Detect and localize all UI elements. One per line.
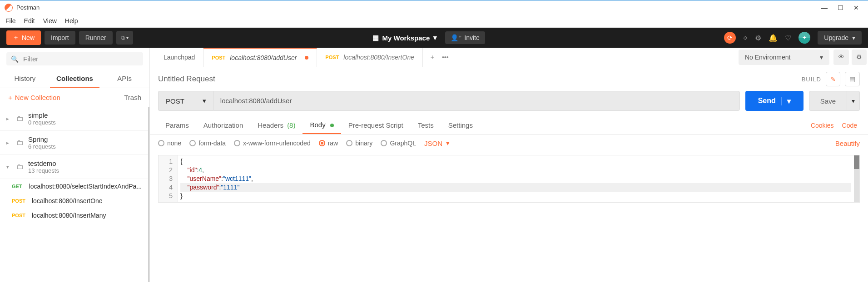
method-badge: POST: [212, 55, 225, 60]
heart-icon[interactable]: ♡: [785, 34, 791, 42]
save-dropdown[interactable]: ▾: [847, 91, 860, 111]
body-opt-none[interactable]: none: [158, 140, 181, 147]
sync-icon[interactable]: ⟳: [724, 32, 736, 44]
chevron-down-icon[interactable]: ▾: [781, 97, 791, 105]
chevron-down-icon: ▾: [203, 97, 206, 105]
beautify-button[interactable]: Beautify: [835, 140, 860, 147]
comments-icon[interactable]: ▤: [845, 72, 860, 86]
close-icon[interactable]: ✕: [853, 4, 859, 11]
trash-button[interactable]: Trash: [124, 94, 141, 101]
method-badge: POST: [12, 198, 27, 204]
window-title: Postman: [16, 4, 40, 11]
tab-collections[interactable]: Collections: [50, 70, 100, 88]
env-quicklook-button[interactable]: 👁: [833, 50, 849, 65]
import-button[interactable]: Import: [45, 31, 75, 45]
request-item[interactable]: POST localhost:8080/InsertMany: [0, 208, 148, 223]
body-editor[interactable]: 1 2 3 4 5 { "id":4, "userName":"wct1111"…: [158, 155, 860, 203]
environment-selector[interactable]: No Environment ▾: [739, 50, 829, 65]
req-tab-tests[interactable]: Tests: [411, 117, 441, 134]
filter-input[interactable]: [23, 55, 139, 63]
edit-icon[interactable]: ✎: [826, 72, 840, 86]
chevron-down-icon: ▾: [433, 34, 437, 42]
cookies-link[interactable]: Cookies: [811, 122, 834, 129]
collection-count: 13 requests: [28, 167, 59, 174]
tab-launchpad[interactable]: Launchpad: [155, 48, 203, 67]
collection-name: simple: [28, 111, 56, 119]
collection-count: 6 requests: [28, 143, 56, 150]
tab-insertone[interactable]: POST localhost:8080/InsertOne: [317, 48, 423, 67]
title-bar: Postman ― ☐ ✕: [0, 0, 868, 15]
url-input[interactable]: [220, 97, 733, 105]
request-item[interactable]: GET localhost:8080/selectStartIndexAndPa…: [0, 179, 148, 194]
req-tab-auth[interactable]: Authorization: [196, 117, 251, 134]
method-select[interactable]: POST ▾: [158, 91, 213, 111]
bell-icon[interactable]: 🔔: [769, 34, 778, 42]
tab-adduser[interactable]: POST localhost:8080/addUser: [203, 48, 317, 67]
req-tab-settings[interactable]: Settings: [441, 117, 480, 134]
search-icon: 🔍: [11, 55, 19, 63]
menu-file[interactable]: File: [5, 17, 16, 25]
body-opt-raw[interactable]: raw: [319, 140, 338, 147]
chevron-down-icon: ▾: [446, 139, 450, 147]
collection-item-testdemo[interactable]: ▾ 🗀 testdemo 13 requests: [0, 155, 148, 179]
workspace-name: My Workspace: [382, 34, 430, 42]
workspace-selector[interactable]: ▦ My Workspace ▾: [372, 34, 437, 42]
method-value: POST: [166, 97, 184, 105]
opt-label: raw: [328, 140, 338, 147]
active-dot-icon: [330, 124, 334, 127]
menu-edit[interactable]: Edit: [24, 17, 35, 25]
add-tab-button[interactable]: ＋: [429, 53, 436, 61]
folder-icon: 🗀: [16, 139, 24, 147]
runner-button[interactable]: Runner: [79, 31, 113, 45]
req-tab-prerequest[interactable]: Pre-request Script: [341, 117, 411, 134]
request-url: localhost:8080/InsertOne: [32, 197, 103, 204]
chevron-right-icon: ▸: [6, 116, 12, 122]
opt-label: binary: [355, 140, 372, 147]
menu-view[interactable]: View: [43, 17, 57, 25]
body-opt-formdata[interactable]: form-data: [189, 140, 226, 147]
req-tab-body[interactable]: Body: [303, 116, 341, 134]
invite-button[interactable]: 👤⁺ Invite: [445, 31, 485, 44]
send-button[interactable]: Send ▾: [745, 91, 804, 111]
window-dropdown[interactable]: ⧉ ▾: [116, 31, 133, 45]
save-button[interactable]: Save: [809, 91, 847, 111]
menu-bar: File Edit View Help: [0, 15, 868, 28]
scrollbar[interactable]: [854, 155, 859, 202]
req-tab-headers[interactable]: Headers (8): [250, 117, 303, 134]
capture-icon[interactable]: ⟐: [743, 34, 748, 42]
tab-label: Launchpad: [164, 54, 195, 61]
tab-menu-icon[interactable]: •••: [442, 54, 449, 61]
tab-history[interactable]: History: [0, 70, 50, 88]
settings-gear-icon[interactable]: ⚙: [755, 34, 761, 42]
chevron-down-icon: ▾: [820, 54, 823, 61]
menu-help[interactable]: Help: [65, 17, 78, 25]
raw-format-select[interactable]: JSON ▾: [424, 139, 450, 147]
env-settings-button[interactable]: ⚙: [852, 50, 867, 65]
new-collection-button[interactable]: + New Collection: [8, 94, 60, 101]
opt-label: GraphQL: [390, 140, 416, 147]
req-tab-params[interactable]: Params: [158, 117, 196, 134]
minimize-icon[interactable]: ―: [821, 4, 828, 11]
request-name[interactable]: Untitled Request: [158, 75, 215, 84]
upgrade-button[interactable]: Upgrade ▾: [818, 31, 862, 45]
chevron-down-icon: ▾: [6, 164, 12, 170]
new-button[interactable]: ＋ New: [6, 30, 41, 45]
body-opt-graphql[interactable]: GraphQL: [381, 140, 416, 147]
request-item[interactable]: POST localhost:8080/InsertOne: [0, 194, 148, 208]
upgrade-label: Upgrade: [824, 34, 848, 41]
code-area[interactable]: { "id":4, "userName":"wct1111", "passwor…: [178, 155, 854, 202]
tab-apis[interactable]: APIs: [99, 70, 149, 88]
maximize-icon[interactable]: ☐: [838, 4, 843, 11]
headers-count: (8): [287, 121, 295, 129]
opt-label: form-data: [198, 140, 226, 147]
collection-item-spring[interactable]: ▸ 🗀 Spring 6 requests: [0, 131, 148, 155]
body-opt-binary[interactable]: binary: [346, 140, 372, 147]
avatar[interactable]: ✦: [799, 32, 810, 44]
sidebar-search[interactable]: 🔍: [6, 52, 143, 65]
chevron-right-icon: ▸: [6, 140, 12, 146]
code-link[interactable]: Code: [842, 122, 857, 129]
request-url: localhost:8080/selectStartIndexAndPa...: [29, 183, 142, 190]
collection-item-simple[interactable]: ▸ 🗀 simple 0 requests: [0, 107, 148, 131]
body-opt-xwww[interactable]: x-www-form-urlencoded: [234, 140, 311, 147]
sidebar: 🔍 History Collections APIs + New Collect…: [0, 48, 150, 282]
